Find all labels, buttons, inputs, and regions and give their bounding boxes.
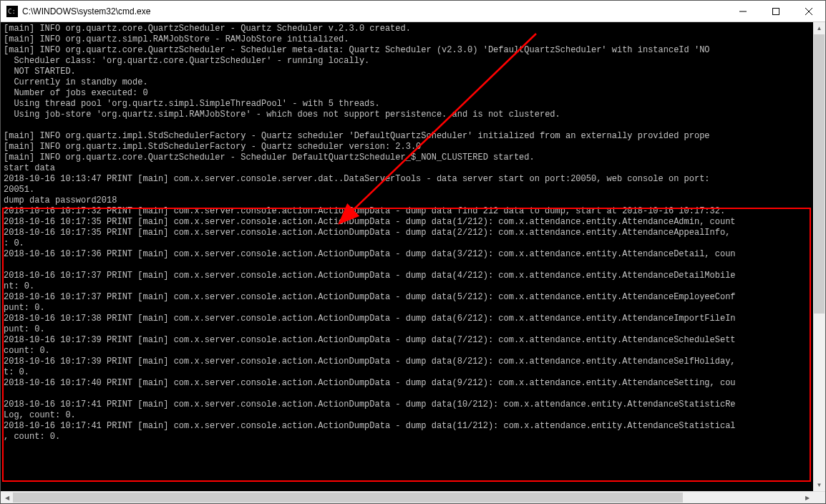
- scroll-right-icon[interactable]: ▶: [801, 492, 813, 503]
- scroll-thumb[interactable]: [814, 34, 825, 314]
- titlebar[interactable]: C: C:\WINDOWS\system32\cmd.exe: [1, 1, 825, 22]
- svg-rect-3: [773, 8, 779, 14]
- vertical-scrollbar[interactable]: ▲ ▼: [813, 22, 825, 491]
- close-button[interactable]: [792, 1, 825, 21]
- scrollbar-corner: [813, 492, 825, 503]
- console-output[interactable]: [main] INFO org.quartz.core.QuartzSchedu…: [1, 22, 813, 491]
- minimize-button[interactable]: [727, 1, 759, 21]
- cmd-window: C: C:\WINDOWS\system32\cmd.exe [main] IN…: [0, 0, 826, 504]
- cmd-icon: C:: [6, 6, 18, 17]
- console-area: [main] INFO org.quartz.core.QuartzSchedu…: [1, 22, 825, 491]
- hscroll-track[interactable]: [13, 492, 801, 503]
- window-controls: [727, 1, 825, 21]
- scroll-up-icon[interactable]: ▲: [813, 22, 825, 34]
- scroll-left-icon[interactable]: ◀: [1, 492, 13, 503]
- scroll-down-icon[interactable]: ▼: [813, 479, 825, 491]
- svg-text:C:: C:: [8, 8, 16, 15]
- scroll-track[interactable]: [813, 34, 825, 479]
- maximize-button[interactable]: [759, 1, 792, 21]
- horizontal-scrollbar[interactable]: ◀ ▶: [1, 491, 825, 503]
- window-title: C:\WINDOWS\system32\cmd.exe: [22, 6, 727, 16]
- hscroll-thumb[interactable]: [13, 493, 683, 503]
